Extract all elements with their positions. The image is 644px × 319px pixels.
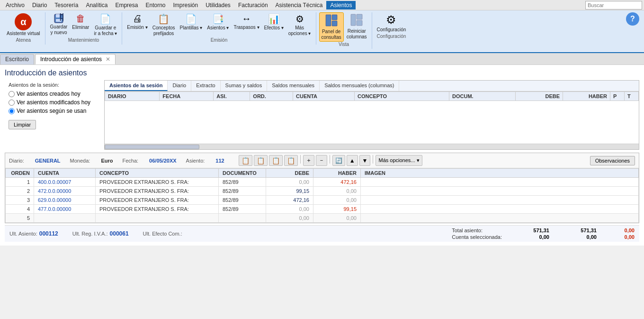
plantillas-icon: 📄: [185, 13, 197, 25]
cuenta-sel-label: Cuenta seleccionada:: [452, 234, 502, 240]
mantenimiento-group-label: Mantenimiento: [68, 37, 99, 43]
radio-ver-modificados-input[interactable]: [9, 100, 15, 106]
entry-cell-orden: 3: [6, 196, 34, 205]
tb-add-button[interactable]: ＋: [303, 155, 314, 166]
radio-ver-usados-input[interactable]: [9, 108, 15, 114]
entry-cell-imagen: [361, 196, 639, 205]
tb-extra-button[interactable]: Más opciones... ▾: [376, 155, 422, 166]
entry-cell-haber: 0,00: [313, 214, 361, 223]
svg-text:H: H: [60, 16, 64, 22]
tb-copy3-button[interactable]: 📋: [269, 155, 283, 166]
asiento-value: 112: [215, 158, 224, 164]
conceptos-button[interactable]: 📋 Conceptosprefijados: [151, 12, 177, 37]
tb-down-button[interactable]: ▼: [359, 155, 371, 166]
configuracion-group-label: Configuración: [377, 34, 406, 39]
tb-remove-button[interactable]: －: [316, 155, 327, 166]
entry-cell-haber: 0,00: [313, 187, 361, 196]
entry-cell-documento: 852/89: [219, 187, 266, 196]
entry-cell-cuenta[interactable]: 400.0.0.00007: [34, 178, 96, 187]
menu-item-empresa[interactable]: Empresa: [111, 1, 142, 9]
tab-saldos-mensuales-col[interactable]: Saldos mensuales (columnas): [320, 81, 399, 91]
entry-cell-orden: 5: [6, 214, 34, 223]
tb-copy1-button[interactable]: 📋: [239, 155, 252, 166]
total-asiento-diff: 0,00: [613, 228, 635, 233]
tab-extracto[interactable]: Extracto: [191, 81, 220, 91]
plantillas-button[interactable]: 📄 Plantillas ▾: [178, 12, 205, 32]
asientos-ribbon-icon: 📑: [212, 13, 224, 25]
svg-rect-7: [332, 21, 337, 26]
entry-row[interactable]: 2 472.0.0.00000 PROVEEDOR EXTRANJERO S. …: [6, 187, 639, 196]
menu-item-utilidades[interactable]: Utilidades: [202, 1, 234, 9]
menu-item-tesorería[interactable]: Tesorería: [51, 1, 82, 9]
guardar-nuevo-button[interactable]: HH Guardary nuevo: [48, 12, 70, 36]
close-tab-icon[interactable]: ✕: [106, 56, 110, 63]
entry-row[interactable]: 5 0,00 0,00: [6, 214, 639, 223]
asistente-virtual-button[interactable]: α Asistente virtual: [5, 12, 42, 37]
radio-ver-creados-input[interactable]: [9, 91, 15, 97]
menu-item-archivo[interactable]: Archivo: [2, 1, 28, 9]
observaciones-button[interactable]: Observaciones: [590, 156, 635, 165]
eliminar-button[interactable]: 🗑 Eliminar: [70, 12, 91, 31]
tab-diario[interactable]: Diario: [168, 81, 191, 91]
emision-button[interactable]: 🖨 Emisión ▾: [125, 12, 149, 31]
efectos-icon: 📊: [268, 13, 280, 25]
mas-opciones-label: Másopciones ▾: [288, 25, 311, 36]
panel-consultas-button[interactable]: Panel deconsultas: [319, 12, 344, 42]
entry-cell-documento: 852/89: [219, 178, 266, 187]
menu-bar: ArchivoDiarioTesoreríaAnalíticaEmpresaEn…: [0, 0, 644, 10]
entry-info-bar: Diario: GENERAL Moneda: Euro Fecha: 06/0…: [5, 153, 639, 168]
tab-saldos-mensuales[interactable]: Saldos mensuales: [267, 81, 320, 91]
svg-rect-9: [357, 14, 362, 19]
asientos-ribbon-button[interactable]: 📑 Asientos ▾: [205, 12, 231, 32]
entry-cell-cuenta[interactable]: [34, 214, 96, 223]
efectos-button[interactable]: 📊 Efectos ▾: [262, 12, 286, 32]
col-haber: HABER: [563, 92, 610, 101]
tb-up-button[interactable]: ▲: [347, 155, 358, 166]
tab-bar: Escritorio Introducción de asientos ✕: [0, 53, 644, 65]
radio-ver-usados[interactable]: Ver asientos según se usan: [9, 108, 100, 114]
tb-copy4-button[interactable]: 📋: [284, 155, 298, 166]
conceptos-label: Conceptosprefijados: [152, 25, 175, 36]
tab-introduccion-asientos[interactable]: Introducción de asientos ✕: [35, 54, 116, 64]
mas-opciones-button[interactable]: ⚙ Másopciones ▾: [286, 12, 313, 37]
traspasos-button[interactable]: ↔ Traspasos ▾: [232, 12, 261, 31]
tab-escritorio[interactable]: Escritorio: [0, 54, 34, 64]
menu-item-diario[interactable]: Diario: [28, 1, 51, 9]
total-labels-col: Total asiento: Cuenta seleccionada:: [452, 228, 502, 240]
tab-sesion[interactable]: Asientos de la sesión: [105, 81, 168, 91]
entry-col-debe: DEBE: [266, 169, 313, 178]
entry-cell-cuenta[interactable]: 477.0.0.00000: [34, 205, 96, 214]
guardar-ir-button[interactable]: 📄 Guardar eir a fecha ▾: [92, 12, 119, 37]
traspasos-icon: ↔: [242, 13, 251, 24]
menu-item-entorno[interactable]: Entorno: [142, 1, 169, 9]
limpiar-button[interactable]: Limpiar: [9, 120, 36, 129]
asientos-ribbon-label: Asientos ▾: [207, 25, 229, 31]
entry-row[interactable]: 1 400.0.0.00007 PROVEEDOR EXTRANJERO S. …: [6, 178, 639, 187]
ult-asiento-label: Ult. Asiento:: [9, 231, 37, 237]
menu-item-facturación[interactable]: Facturación: [234, 1, 272, 9]
help-button[interactable]: ?: [626, 12, 639, 26]
ribbon-group-emision: 🖨 Emisión ▾ 📋 Conceptosprefijados 📄 Plan…: [122, 12, 316, 45]
diario-label: Diario:: [9, 158, 24, 164]
entry-row[interactable]: 4 477.0.0.00000 PROVEEDOR EXTRANJERO S. …: [6, 205, 639, 214]
menu-item-asientos[interactable]: Asientos: [326, 1, 356, 9]
reiniciar-columnas-button[interactable]: Reiniciarcolumnas: [345, 12, 369, 41]
tb-refresh-button[interactable]: 🔄: [332, 155, 345, 166]
menu-item-impresión[interactable]: Impresión: [169, 1, 202, 9]
radio-ver-modificados[interactable]: Ver asientos modificados hoy: [9, 99, 100, 106]
tab-sumas-saldos[interactable]: Sumas y saldos: [221, 81, 268, 91]
radio-ver-creados[interactable]: Ver asientos creados hoy: [9, 91, 100, 97]
entry-row[interactable]: 3 629.0.0.00000 PROVEEDOR EXTRANJERO S. …: [6, 196, 639, 205]
menu-item-asistencia-técnica[interactable]: Asistencia Técnica: [272, 1, 327, 9]
session-table-scroll[interactable]: DIARIO FECHA ASI. ORD. CUENTA CONCEPTO D…: [105, 91, 639, 144]
menu-item-analítica[interactable]: Analítica: [82, 1, 111, 9]
entry-cell-cuenta[interactable]: 472.0.0.00000: [34, 187, 96, 196]
configuracion-icon: ⚙: [386, 13, 396, 27]
search-input[interactable]: [585, 1, 642, 9]
configuracion-button[interactable]: ⚙ Configuración: [375, 12, 408, 34]
tb-copy2-button[interactable]: 📋: [254, 155, 268, 166]
total-asiento-debe: 571,31: [518, 228, 549, 233]
scrollbar-track[interactable]: [105, 144, 639, 149]
entry-cell-cuenta[interactable]: 629.0.0.00000: [34, 196, 96, 205]
asistente-label: Asistente virtual: [7, 31, 40, 36]
